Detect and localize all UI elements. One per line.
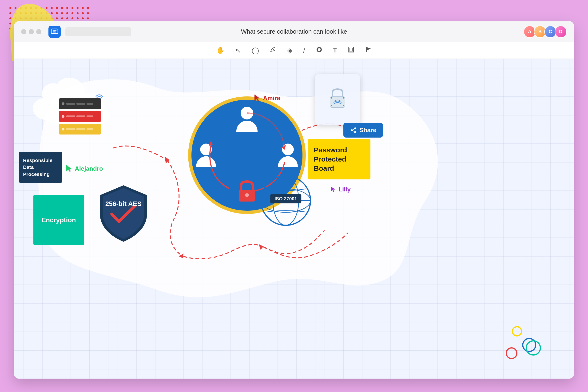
- encryption-card: Encryption: [34, 195, 84, 245]
- deco-circle-red: [506, 347, 518, 359]
- server-rack-dark: [59, 98, 101, 109]
- browser-titlebar: What secure collaboration can look like …: [14, 21, 574, 42]
- hand-tool-icon[interactable]: ✋: [214, 45, 226, 56]
- flag-tool-icon[interactable]: [363, 44, 374, 56]
- password-protected-card: Password Protected Board: [308, 139, 370, 180]
- svg-point-21: [351, 129, 353, 131]
- server-rack-yellow: [59, 124, 101, 134]
- decorative-circles: [489, 326, 536, 364]
- pen-tool-icon[interactable]: [268, 44, 278, 56]
- server-rack-red: [59, 111, 101, 122]
- url-bar[interactable]: [66, 27, 131, 36]
- svg-rect-8: [349, 48, 352, 51]
- traffic-light-minimize[interactable]: [29, 29, 34, 34]
- svg-line-25: [353, 131, 354, 132]
- shield-icon: [98, 184, 149, 244]
- browser-title: What secure collaboration can look like: [241, 28, 347, 35]
- fingerprint-card: [315, 74, 360, 125]
- avatar-4[interactable]: D: [554, 26, 567, 38]
- line-tool-icon[interactable]: /: [301, 45, 307, 56]
- amira-cursor: Amira: [254, 94, 280, 102]
- lilly-cursor: Lilly: [330, 186, 351, 193]
- server-rack-container: [59, 98, 101, 134]
- share-button-label: Share: [360, 126, 376, 134]
- toolbar: ✋ ↖ ◯ ◈ / T: [14, 42, 574, 59]
- svg-point-6: [318, 48, 320, 51]
- traffic-light-close[interactable]: [21, 29, 26, 34]
- svg-line-24: [353, 129, 354, 130]
- iso-badge: ISO 27001: [270, 194, 301, 204]
- lilly-label: Lilly: [338, 186, 351, 193]
- select-tool-icon[interactable]: ↖: [234, 45, 243, 56]
- alejandro-cursor: Alejandro: [66, 164, 103, 172]
- svg-line-4: [272, 47, 275, 48]
- svg-marker-10: [165, 156, 169, 164]
- browser-window: What secure collaboration can look like …: [14, 21, 574, 378]
- share-button[interactable]: Share: [344, 123, 383, 138]
- alejandro-label: Alejandro: [75, 165, 103, 172]
- traffic-light-maximize[interactable]: [36, 29, 42, 34]
- shield-container: 256-bit AES: [98, 184, 149, 244]
- responsible-data-card: Responsible Data Processing: [19, 152, 62, 183]
- shield-text: 256-bit AES: [98, 200, 149, 208]
- traffic-lights: [21, 29, 42, 34]
- svg-marker-17: [281, 145, 286, 150]
- polygon-tool-icon[interactable]: [314, 44, 324, 56]
- password-protected-text: Password Protected Board: [314, 146, 347, 172]
- svg-marker-12: [259, 244, 264, 250]
- amira-label: Amira: [263, 94, 280, 102]
- svg-marker-11: [179, 254, 184, 258]
- lock-icon-top: [328, 87, 347, 109]
- frame-tool-icon[interactable]: [346, 44, 356, 56]
- text-tool-icon[interactable]: T: [332, 46, 339, 56]
- deco-circle-yellow: [512, 326, 522, 336]
- shape-tool-icon[interactable]: ◯: [250, 45, 261, 56]
- app-icon[interactable]: [48, 26, 61, 38]
- deco-circle-teal: [526, 340, 541, 356]
- svg-marker-19: [209, 141, 212, 146]
- eraser-tool-icon[interactable]: ◈: [285, 45, 294, 56]
- globe-container: ISO 27001: [259, 174, 313, 228]
- avatar-group: A B C D: [526, 26, 567, 38]
